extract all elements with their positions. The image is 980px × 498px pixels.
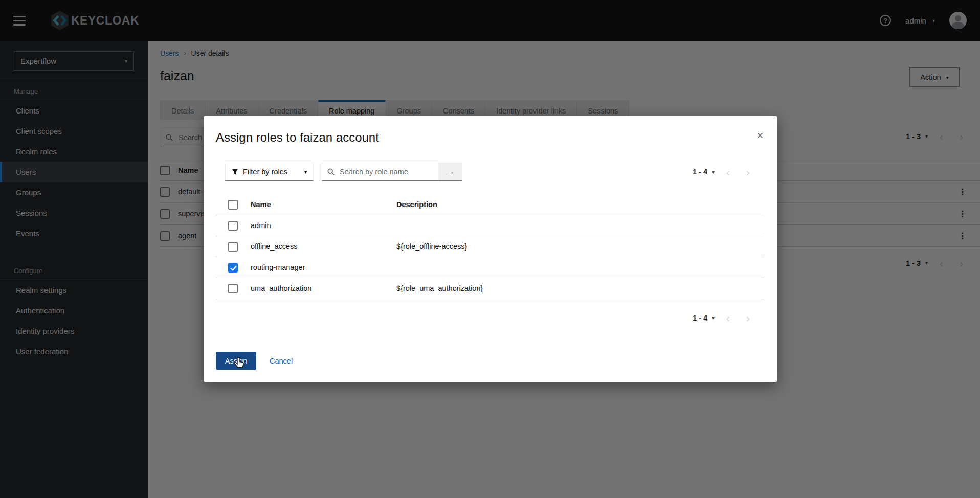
table-row-offline-access: offline_access ${role_offline-access}: [216, 236, 765, 257]
search-submit-button[interactable]: →: [439, 163, 462, 181]
next-page-button[interactable]: ›: [742, 167, 754, 177]
filter-dropdown-label: Filter by roles: [243, 168, 287, 176]
table-row-uma-authorization: uma_authorization ${role_uma_authorizati…: [216, 278, 765, 299]
role-name: uma_authorization: [251, 284, 396, 292]
row-checkbox[interactable]: [228, 242, 238, 252]
modal-pagination-bottom: 1 - 4 ▾ ‹ ›: [693, 312, 754, 323]
table-row-admin: admin: [216, 215, 765, 236]
close-icon[interactable]: ✕: [756, 130, 764, 141]
role-description: ${role_uma_authorization}: [396, 284, 765, 292]
assign-roles-modal: Assign roles to faizan account ✕ Filter …: [204, 116, 777, 382]
role-name: offline_access: [251, 242, 396, 251]
table-header-row: Name Description: [216, 194, 765, 215]
chevron-down-icon[interactable]: ▾: [712, 169, 715, 175]
next-page-button[interactable]: ›: [742, 312, 754, 323]
pagination-range: 1 - 4: [693, 168, 707, 176]
select-all-checkbox[interactable]: [228, 200, 238, 210]
modal-footer: Assign Cancel: [216, 352, 293, 370]
chevron-down-icon[interactable]: ▾: [712, 315, 715, 321]
filter-icon: [232, 169, 238, 175]
assign-button[interactable]: Assign: [216, 352, 256, 370]
role-search-input[interactable]: [339, 167, 433, 176]
modal-pagination-top: 1 - 4 ▾ ‹ ›: [693, 167, 754, 177]
table-row-routing-manager: routing-manager: [216, 257, 765, 278]
chevron-down-icon: ▾: [304, 169, 307, 175]
modal-toolbar: Filter by roles ▾ → 1 - 4 ▾ ‹ ›: [225, 163, 765, 181]
modal-title: Assign roles to faizan account: [216, 130, 379, 145]
role-search-field[interactable]: [322, 163, 439, 181]
column-header-name: Name: [251, 200, 396, 209]
previous-page-button[interactable]: ‹: [722, 312, 734, 323]
column-header-description: Description: [396, 200, 765, 209]
arrow-right-icon: →: [446, 167, 455, 177]
role-description: ${role_offline-access}: [396, 242, 765, 251]
role-name: routing-manager: [251, 263, 396, 271]
roles-table: Name Description admin offline_access ${…: [216, 194, 765, 299]
filter-by-roles-dropdown[interactable]: Filter by roles ▾: [225, 163, 314, 181]
role-name: admin: [251, 221, 396, 230]
role-search-group: →: [322, 163, 462, 181]
row-checkbox[interactable]: [228, 263, 238, 273]
row-checkbox[interactable]: [228, 284, 238, 293]
previous-page-button[interactable]: ‹: [722, 167, 734, 177]
cancel-link[interactable]: Cancel: [270, 357, 293, 365]
row-checkbox[interactable]: [228, 221, 238, 231]
pagination-range: 1 - 4: [693, 314, 707, 322]
search-icon: [327, 168, 335, 175]
